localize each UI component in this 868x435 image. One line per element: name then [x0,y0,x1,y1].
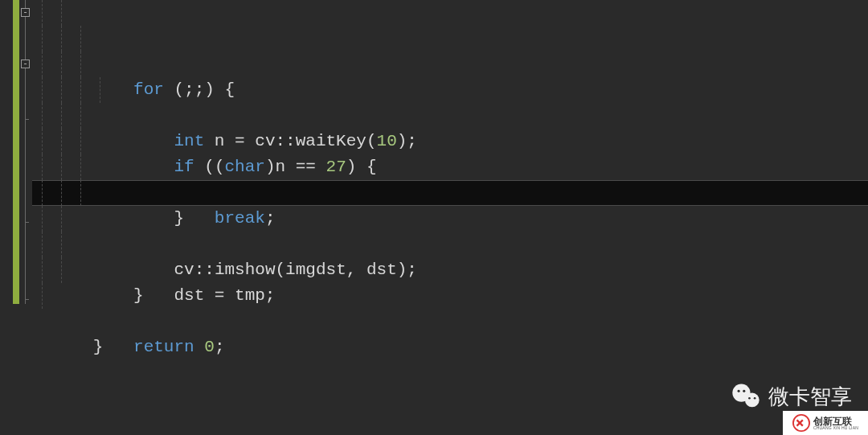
svg-point-3 [743,390,745,392]
wechat-icon [730,380,762,412]
fold-toggle-icon[interactable]: - [21,60,30,68]
code-line[interactable]: for (;;) { [32,0,868,26]
wechat-watermark: 微卡智享 [730,380,852,412]
svg-point-2 [738,390,740,392]
code-line[interactable]: dst = tmp; [32,180,868,206]
svg-point-4 [748,397,751,400]
code-line[interactable]: int n = cv::waitKey(10); [32,26,868,51]
fold-outline-main [25,0,26,304]
corner-logo-icon [792,414,810,432]
change-marker [13,0,19,304]
code-line[interactable] [32,232,868,257]
fold-toggle-icon[interactable]: - [21,8,30,17]
fold-end-tick [25,299,29,300]
gutter [0,0,13,304]
code-line[interactable]: if ((char)n == 27) { [32,51,868,77]
svg-point-1 [745,393,760,408]
wechat-text: 微卡智享 [768,383,852,411]
svg-point-5 [754,397,756,400]
corner-logo: 创新互联 CHUANG XIN HU LIAN [783,411,868,435]
fold-end-tick [25,119,29,120]
corner-logo-en: CHUANG XIN HU LIAN [813,426,858,430]
code-editor[interactable]: - - for (;;) { int n = cv::waitKey(10); … [0,0,868,435]
corner-logo-cn: 创新互联 [813,417,858,426]
svg-point-6 [793,415,809,431]
fold-end-tick [25,222,29,223]
code-area[interactable]: for (;;) { int n = cv::waitKey(10); if (… [32,0,868,309]
code-line[interactable]: } [32,103,868,129]
